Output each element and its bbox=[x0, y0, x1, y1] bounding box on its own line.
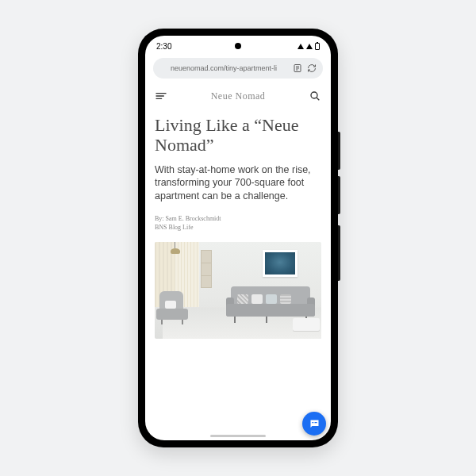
reader-mode-icon[interactable] bbox=[293, 63, 302, 73]
svg-rect-9 bbox=[312, 422, 313, 423]
signal-icon-2 bbox=[306, 44, 313, 49]
search-icon[interactable] bbox=[309, 90, 321, 102]
refresh-icon[interactable] bbox=[307, 63, 317, 73]
page-content[interactable]: Neue Nomad Living Like a “Neue Nomad” Wi… bbox=[145, 85, 331, 440]
volume-down-button[interactable] bbox=[338, 176, 340, 214]
status-icons bbox=[298, 43, 320, 50]
chat-fab[interactable] bbox=[302, 412, 326, 436]
hero-image bbox=[155, 242, 321, 339]
site-title[interactable]: Neue Nomad bbox=[211, 90, 266, 102]
power-button[interactable] bbox=[338, 225, 340, 281]
menu-icon[interactable] bbox=[155, 90, 167, 102]
byline-prefix: By: bbox=[155, 215, 166, 222]
front-camera bbox=[235, 43, 241, 49]
volume-up-button[interactable] bbox=[338, 132, 340, 170]
svg-line-8 bbox=[317, 98, 319, 100]
byline-publication: BNS Blog Life bbox=[155, 224, 193, 231]
home-indicator[interactable] bbox=[210, 435, 266, 437]
chat-icon bbox=[309, 418, 321, 430]
phone-frame: 2:30 neuenomad.com/tiny-apartment-li Neu… bbox=[138, 29, 338, 447]
screen: 2:30 neuenomad.com/tiny-apartment-li Neu… bbox=[145, 36, 331, 440]
url-text: neuenomad.com/tiny-apartment-li bbox=[159, 64, 288, 72]
svg-point-7 bbox=[311, 92, 317, 98]
battery-icon bbox=[315, 43, 320, 50]
article-byline: By: Sam E. Brockschmidt BNS Blog Life bbox=[155, 214, 321, 232]
signal-icon bbox=[298, 44, 304, 49]
url-bar[interactable]: neuenomad.com/tiny-apartment-li bbox=[153, 58, 323, 79]
clock: 2:30 bbox=[156, 42, 171, 51]
byline-author: Sam E. Brockschmidt bbox=[166, 215, 221, 222]
article-subhead: With stay-at-home work on the rise, tran… bbox=[155, 163, 321, 204]
article-headline: Living Like a “Neue Nomad” bbox=[155, 115, 321, 155]
svg-rect-10 bbox=[314, 422, 317, 423]
site-header: Neue Nomad bbox=[155, 85, 321, 107]
